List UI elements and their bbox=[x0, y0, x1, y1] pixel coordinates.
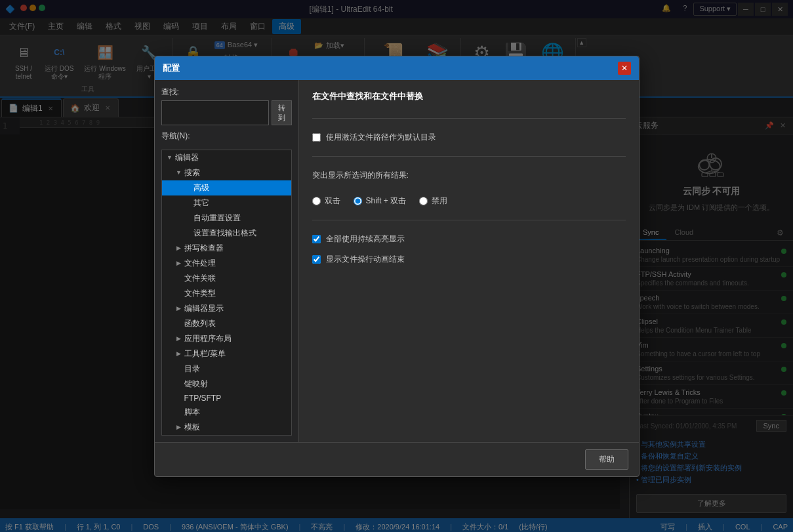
tree-item-template[interactable]: ▶ 模板 bbox=[162, 420, 291, 435]
tree-label-keymap: 键映射 bbox=[184, 379, 208, 390]
tree-item-spellcheck[interactable]: ▶ 拼写检查器 bbox=[162, 241, 291, 256]
tree-item-advanced[interactable]: 高级 bbox=[162, 180, 291, 195]
modal-search-row: 转到 bbox=[161, 100, 292, 125]
tree-label-filetype: 文件类型 bbox=[184, 288, 216, 299]
tree-toggle-applayout: ▶ bbox=[175, 335, 183, 342]
modal-search-label: 查找: bbox=[161, 87, 292, 98]
modal-search-input[interactable] bbox=[161, 100, 269, 125]
checkbox-persistent-highlight-label: 全部使用持续高亮显示 bbox=[326, 234, 405, 245]
tree-item-dir[interactable]: 目录 bbox=[162, 361, 291, 377]
tree-toggle-editordisplay: ▶ bbox=[175, 304, 183, 312]
tree-item-fileproc[interactable]: ▶ 文件处理 bbox=[162, 256, 291, 271]
checkbox-show-animation-label: 显示文件操行动画结束 bbox=[326, 254, 405, 265]
tree-label-editordisplay: 编辑器显示 bbox=[184, 303, 224, 314]
tree-label-findformat: 设置查找输出格式 bbox=[193, 228, 256, 239]
tree-item-filetype[interactable]: 文件类型 bbox=[162, 286, 291, 301]
modal-nav-label: 导航(N): bbox=[161, 131, 292, 142]
modal-right: 在文件中查找和在文件中替换 使用激活文件路径作为默认目录 突出显示所选词的所有结… bbox=[299, 80, 639, 442]
tree-item-editor[interactable]: ▼ 编辑器 bbox=[162, 150, 291, 165]
radio-row-double: 双击 bbox=[312, 195, 340, 207]
tree-label-applayout: 应用程序布局 bbox=[184, 333, 232, 344]
tree-label-fileassoc: 文件关联 bbox=[184, 273, 216, 284]
tree-toggle-editor: ▼ bbox=[166, 153, 174, 161]
radio-disabled[interactable] bbox=[419, 197, 428, 205]
radio-section-subtitle: 突出显示所选词的所有结果: bbox=[312, 170, 626, 181]
tree-toggle-script bbox=[175, 408, 183, 416]
tree-toggle-other bbox=[184, 199, 192, 207]
divider-1 bbox=[312, 118, 626, 119]
tree-label-search: 搜索 bbox=[184, 167, 200, 178]
tree-toggle-keymap bbox=[175, 380, 183, 388]
tree-label-funclist: 函数列表 bbox=[184, 318, 216, 329]
radio-double-click[interactable] bbox=[312, 197, 321, 205]
modal-close-btn[interactable]: ✕ bbox=[618, 62, 631, 75]
tree-item-keymap[interactable]: 键映射 bbox=[162, 377, 291, 392]
tree-label-advanced: 高级 bbox=[193, 182, 209, 194]
tree-label-spellcheck: 拼写检查器 bbox=[184, 243, 224, 254]
tree-toggle-spellcheck: ▶ bbox=[175, 244, 183, 252]
tree-item-applayout[interactable]: ▶ 应用程序布局 bbox=[162, 331, 291, 346]
tree-item-ftp[interactable]: FTP/SFTP bbox=[162, 392, 291, 405]
tree-label-dir: 目录 bbox=[184, 363, 200, 375]
radio-shift-double-label: Shift + 双击 bbox=[366, 195, 407, 207]
modal-title: 配置 bbox=[163, 62, 180, 74]
checkbox-default-dir[interactable] bbox=[312, 133, 321, 142]
tree-item-findformat[interactable]: 设置查找输出格式 bbox=[162, 226, 291, 241]
radio-group-highlight: 双击 Shift + 双击 禁用 bbox=[312, 195, 626, 207]
divider-3 bbox=[312, 220, 626, 220]
radio-row-shift-double: Shift + 双击 bbox=[354, 195, 407, 207]
tree-toggle-ftp bbox=[175, 394, 183, 402]
tree-label-toolbar: 工具栏/菜单 bbox=[184, 348, 226, 359]
checkbox-show-animation[interactable] bbox=[312, 255, 321, 264]
tree-item-funclist[interactable]: 函数列表 bbox=[162, 316, 291, 331]
tree-toggle-fileassoc bbox=[175, 274, 183, 282]
tree-toggle-findformat bbox=[184, 229, 192, 237]
tree-item-autoreset[interactable]: 自动重置设置 bbox=[162, 211, 291, 226]
tree-item-script[interactable]: 脚本 bbox=[162, 405, 291, 420]
modal-help-btn[interactable]: 帮助 bbox=[585, 449, 628, 470]
tree-item-search[interactable]: ▼ 搜索 bbox=[162, 165, 291, 180]
radio-double-click-label: 双击 bbox=[325, 195, 340, 207]
checkbox-row-2: 全部使用持续高亮显示 bbox=[312, 234, 626, 245]
modal-footer: 帮助 bbox=[155, 442, 639, 476]
tree-toggle-dir bbox=[175, 365, 183, 373]
modal-search-btn[interactable]: 转到 bbox=[272, 100, 292, 125]
modal-overlay: 配置 ✕ 查找: 转到 导航(N): bbox=[0, 0, 793, 532]
tree-item-other[interactable]: 其它 bbox=[162, 195, 291, 211]
tree-toggle-template: ▶ bbox=[175, 423, 183, 431]
checkbox-row-3: 显示文件操行动画结束 bbox=[312, 254, 626, 265]
config-modal: 配置 ✕ 查找: 转到 导航(N): bbox=[154, 56, 640, 477]
radio-shift-double[interactable] bbox=[354, 197, 362, 205]
tree-label-fileproc: 文件处理 bbox=[184, 258, 216, 269]
modal-titlebar: 配置 ✕ bbox=[155, 56, 639, 80]
tree-item-toolbar[interactable]: ▶ 工具栏/菜单 bbox=[162, 346, 291, 361]
tree-container[interactable]: ▼ 编辑器 ▼ 搜索 高级 bbox=[161, 150, 292, 436]
checkbox-row-1: 使用激活文件路径作为默认目录 bbox=[312, 132, 626, 143]
tree-toggle-funclist bbox=[175, 319, 183, 327]
tree-label-ftp: FTP/SFTP bbox=[184, 394, 222, 403]
modal-search-section: 查找: 转到 bbox=[161, 87, 292, 125]
modal-body: 查找: 转到 导航(N): ▼ 编辑器 bbox=[155, 80, 639, 442]
tree-toggle-autoreset bbox=[184, 214, 192, 222]
radio-disabled-label: 禁用 bbox=[432, 195, 447, 207]
tree-label-editor: 编辑器 bbox=[175, 152, 199, 163]
tree-toggle-search: ▼ bbox=[175, 169, 183, 176]
tree-label-autoreset: 自动重置设置 bbox=[193, 213, 241, 224]
tree-toggle-filetype bbox=[175, 289, 183, 297]
radio-row-disabled: 禁用 bbox=[419, 195, 447, 207]
tree-toggle-toolbar: ▶ bbox=[175, 350, 183, 358]
tree-item-editordisplay[interactable]: ▶ 编辑器显示 bbox=[162, 301, 291, 316]
tree-toggle-fileproc: ▶ bbox=[175, 259, 183, 267]
modal-section-title: 在文件中查找和在文件中替换 bbox=[312, 91, 626, 102]
tree-toggle-advanced bbox=[184, 184, 192, 192]
checkbox-default-dir-label: 使用激活文件路径作为默认目录 bbox=[326, 132, 436, 143]
modal-left: 查找: 转到 导航(N): ▼ 编辑器 bbox=[155, 80, 299, 442]
tree-label-template: 模板 bbox=[184, 422, 200, 433]
tree-label-other: 其它 bbox=[193, 197, 209, 209]
tree-item-fileassoc[interactable]: 文件关联 bbox=[162, 271, 291, 286]
tree-label-script: 脚本 bbox=[184, 407, 200, 418]
divider-2 bbox=[312, 156, 626, 157]
modal-nav-section: 导航(N): bbox=[161, 131, 292, 144]
checkbox-persistent-highlight[interactable] bbox=[312, 235, 321, 243]
